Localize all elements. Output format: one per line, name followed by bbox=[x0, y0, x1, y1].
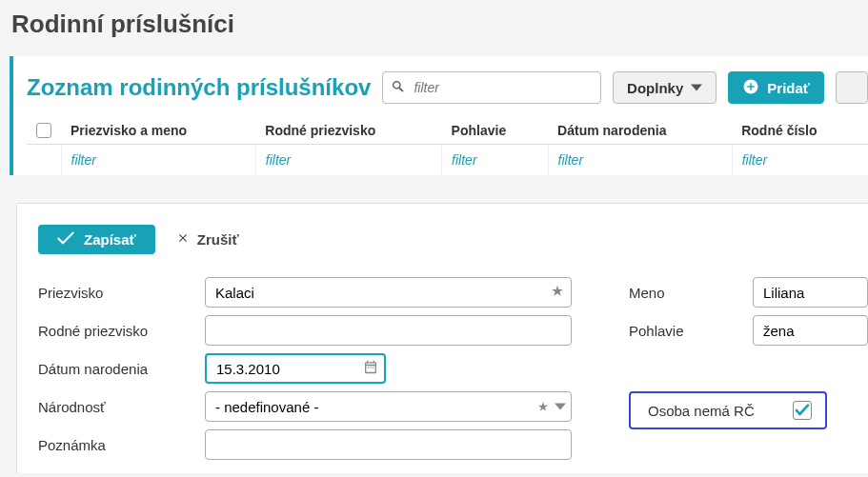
star-icon bbox=[537, 401, 549, 412]
calendar-icon[interactable] bbox=[363, 360, 378, 378]
filter-name[interactable]: filter bbox=[61, 145, 255, 176]
filter-sex[interactable]: filter bbox=[442, 145, 549, 176]
edit-form: Zapísať Zrušiť Priezvisko Rodné priezvis… bbox=[17, 204, 868, 473]
search-icon bbox=[383, 79, 414, 97]
col-sex[interactable]: Pohlavie bbox=[442, 117, 549, 145]
panel-title: Zoznam rodinných príslušníkov bbox=[27, 74, 371, 101]
select-icons[interactable] bbox=[537, 401, 566, 412]
plus-circle-icon bbox=[742, 78, 759, 98]
label-nationality: Národnosť bbox=[38, 399, 205, 415]
dob-input[interactable] bbox=[205, 353, 386, 384]
chevron-down-icon bbox=[555, 401, 566, 412]
page-title: Rodinní príslušníci bbox=[0, 0, 868, 56]
select-all-checkbox[interactable] bbox=[36, 123, 51, 138]
surname-input[interactable] bbox=[205, 277, 572, 308]
label-note: Poznámka bbox=[38, 437, 205, 453]
star-icon bbox=[551, 285, 564, 301]
sex-select[interactable] bbox=[753, 315, 868, 346]
search-input[interactable] bbox=[414, 80, 600, 95]
extra-button[interactable] bbox=[836, 71, 868, 104]
col-dob[interactable]: Dátum narodenia bbox=[548, 117, 732, 145]
col-maiden[interactable]: Rodné priezvisko bbox=[255, 117, 441, 145]
firstname-input[interactable] bbox=[753, 277, 868, 308]
filter-pid[interactable]: filter bbox=[732, 145, 868, 176]
label-no-pid: Osoba nemá RČ bbox=[648, 403, 755, 419]
filter-dob[interactable]: filter bbox=[548, 145, 732, 176]
close-icon bbox=[176, 231, 190, 248]
list-panel: Zoznam rodinných príslušníkov Doplnky Pr… bbox=[10, 56, 868, 175]
save-button[interactable]: Zapísať bbox=[38, 225, 155, 254]
label-surname: Priezvisko bbox=[38, 285, 205, 301]
no-pid-checkbox[interactable] bbox=[793, 401, 812, 420]
label-dob: Dátum narodenia bbox=[38, 361, 205, 377]
label-maiden: Rodné priezvisko bbox=[38, 323, 205, 339]
maiden-input[interactable] bbox=[205, 315, 572, 346]
nationality-select[interactable] bbox=[205, 391, 572, 422]
filter-row: filter filter filter filter filter bbox=[27, 145, 868, 176]
label-sex: Pohlavie bbox=[629, 323, 753, 339]
addons-button[interactable]: Doplnky bbox=[613, 71, 717, 104]
label-firstname: Meno bbox=[629, 285, 753, 301]
caret-down-icon bbox=[691, 80, 702, 96]
note-input[interactable] bbox=[205, 429, 572, 460]
check-icon bbox=[57, 231, 74, 248]
col-pid[interactable]: Rodné číslo bbox=[732, 117, 868, 145]
members-table: Priezvisko a meno Rodné priezvisko Pohla… bbox=[27, 117, 868, 175]
cancel-button[interactable]: Zrušiť bbox=[176, 231, 239, 248]
filter-maiden[interactable]: filter bbox=[255, 145, 441, 176]
no-pid-box[interactable]: Osoba nemá RČ bbox=[629, 391, 827, 429]
search-box[interactable] bbox=[382, 71, 601, 104]
col-name[interactable]: Priezvisko a meno bbox=[61, 117, 255, 145]
add-button[interactable]: Pridať bbox=[728, 71, 824, 104]
